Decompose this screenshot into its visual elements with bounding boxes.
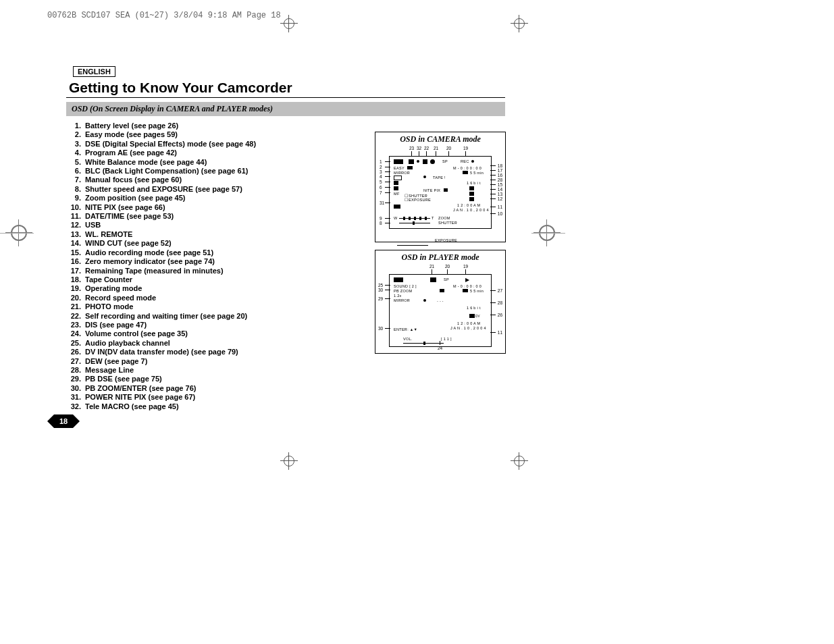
osd-item-label: Audio playback channel [85,339,170,348]
osd-item-label: NITE PIX (see page 66) [85,203,165,212]
callout-number: 4 [380,174,382,179]
osd-item-number: 9. [66,194,81,203]
audio-mode-label: 1 6 b i t [467,306,481,310]
osd-item-number: 1. [66,122,81,130]
osd-item-number: 15. [66,248,81,257]
enter-label: ENTER: ▲▼ [394,327,417,331]
osd-item-number: 26. [66,348,81,356]
osd-item-label: DV IN(DV data transfer mode) (see page 7… [85,348,238,356]
osd-list-item: 28.Message Line [66,366,505,375]
mf-label: MF [394,192,400,196]
callout-number: 32 [417,146,421,151]
osd-item-label: Tape Counter [85,275,132,284]
osd-item-label: POWER NITE PIX (see page 67) [85,393,195,402]
callout-number: 8 [380,221,382,225]
osd-item-label: White Balance mode (see page 44) [85,158,207,167]
pbzoom-label: PB ZOOM [394,289,412,293]
speed-label: SP [442,159,448,163]
message-ellipsis: . . . [437,298,444,302]
audio-mode-label: 1 6 b i t [467,181,481,185]
osd-item-number: 7. [66,176,81,184]
whitebalance-icon [394,181,398,185]
callout-number: 21 [434,146,438,151]
vol-label: VOL. [403,337,413,341]
osd-item-number: 31. [66,393,81,402]
osd-item-number: 13. [66,230,81,239]
dew-icon [423,299,426,302]
callout-number: 28 [498,300,502,305]
sound-label: SOUND [ 2 ] [394,284,417,288]
rec-dot-icon [471,160,474,163]
callout-number: 29 [378,296,383,301]
diagram-title: OSD in CAMERA mode [375,132,505,146]
osd-item-number: 22. [66,312,81,321]
remote-icon [469,192,474,196]
dew-icon [423,176,426,178]
osd-item-label: Record speed mode [85,294,156,302]
exposure-checkbox: ☐ [405,198,408,202]
osd-item-number: 14. [66,239,81,248]
osd-item-label: Audio recording mode (see page 51) [85,248,213,257]
dis-icon [409,159,414,164]
callout-number: 19 [463,146,468,151]
photo-icon [430,159,435,164]
osd-item-number: 5. [66,158,81,167]
crop-mark-icon [511,15,528,32]
callout-number: 22 [424,146,429,151]
dv-icon [469,314,475,318]
osd-item-label: PB ZOOM/ENTER (see page 76) [85,384,196,393]
print-job-header: 00762B SCD107 SEA (01~27) 3/8/04 9:18 AM… [47,11,281,20]
callout-number: 27 [498,288,502,293]
osd-item-label: DSE (Digital Special Effects) mode (see … [85,140,256,149]
trim-line [531,233,565,234]
osd-list-item: 27.DEW (see page 7) [66,357,505,366]
osd-item-number: 25. [66,339,81,348]
nitepix-icon [444,188,448,192]
osd-list-item: 32.Tele MACRO (see page 45) [66,402,505,411]
osd-item-number: 19. [66,284,81,293]
osd-item-number: 3. [66,140,81,149]
crop-mark-icon [280,452,298,470]
macro-icon [417,160,419,163]
osd-list-item: 29.PB DSE (see page 75) [66,375,505,383]
osd-item-label: Self recording and waiting timer (see pa… [85,312,247,321]
language-badge: ENGLISH [73,66,115,77]
callout-number: 17 [498,168,502,173]
osd-item-label: DIS (see page 47) [85,321,147,329]
osd-item-label: Operating mode [85,284,142,293]
callout-number: 20 [445,264,450,269]
callout-number: 16 [498,173,502,178]
usb-icon [469,197,474,201]
osd-item-label: Tele MACRO (see page 45) [85,402,179,411]
callout-number: 10 [498,211,502,216]
speed-label: SP [444,277,449,281]
osd-item-number: 18. [66,275,81,284]
osd-item-number: 29. [66,375,81,383]
osd-item-number: 21. [66,302,81,311]
osd-item-label: Easy mode (see pages 59) [85,130,178,139]
rec-label: REC [461,159,469,163]
program-ae-icon [394,176,402,180]
callout-number: 30 [378,326,383,331]
osd-item-number: 6. [66,167,81,176]
callout-number: 19 [463,264,468,269]
osd-item-label: Volume control (see page 35) [85,329,188,338]
power-nite-icon [394,205,400,209]
osd-list-item: 31.POWER NITE PIX (see page 67) [66,393,505,402]
scale-label: 1.2x [394,294,402,298]
osd-item-number: 32. [66,402,81,411]
osd-item-label: DEW (see page 7) [85,357,147,366]
callout-number: 26 [498,313,502,317]
osd-item-label: WIND CUT (see page 52) [85,239,172,248]
callout-number: 31 [380,200,384,205]
osd-item-number: 11. [66,212,81,221]
osd-item-label: BLC (Back Light Compensation) (see page … [85,167,248,176]
exposure-cb-label: EXPOSURE [409,198,431,202]
osd-item-number: 16. [66,257,81,266]
callout-number: 18 [498,163,502,168]
callout-number: 30 [378,288,383,292]
osd-item-number: 4. [66,149,81,157]
zoom-label: ZOOM [438,216,450,220]
osd-camera-diagram: OSD in CAMERA mode 23 32 22 21 20 19 123… [375,132,506,242]
osd-item-number: 17. [66,267,81,275]
